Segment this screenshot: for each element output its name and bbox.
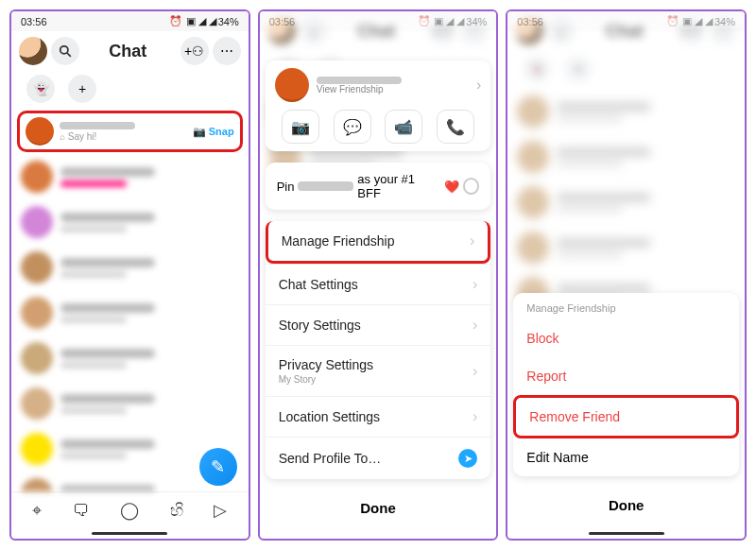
remove-friend-row[interactable]: Remove Friend: [513, 395, 739, 438]
settings-menu: Manage Friendship› Chat Settings› Story …: [266, 221, 491, 479]
new-chat-fab[interactable]: ✎: [199, 448, 237, 486]
location-settings-row[interactable]: Location Settings›: [266, 396, 491, 437]
nav-friends-icon[interactable]: හි: [170, 501, 183, 521]
sub-header: 👻 +: [11, 71, 249, 109]
add-friend-button[interactable]: +⚇: [180, 37, 209, 65]
friend-profile-card[interactable]: View Friendship › 📷 💬 📹 📞: [266, 60, 491, 151]
manage-friendship-sheet: Manage Friendship Block Report Remove Fr…: [507, 11, 745, 539]
svg-point-0: [60, 46, 68, 54]
call-action-button[interactable]: 📞: [437, 110, 474, 144]
search-button[interactable]: [51, 37, 79, 65]
screenshot-1: 03:56 ⏰ ▣ ◢ ◢ 34% Chat +⚇ ⋯ 👻 + ⌕ Say hi…: [9, 9, 250, 541]
block-row[interactable]: Block: [513, 319, 739, 357]
bottom-nav: ⌖ 🗨 ◯ හි ▷: [11, 491, 249, 530]
nav-play-icon[interactable]: ▷: [214, 500, 227, 521]
done-button[interactable]: Done: [266, 489, 491, 527]
svg-line-1: [67, 53, 71, 57]
friend-row-highlighted[interactable]: ⌕ Say hi! 📷 Snap: [17, 111, 243, 152]
sheet-title: Manage Friendship: [513, 293, 739, 319]
status-bar: 03:56 ⏰ ▣ ◢ ◢ 34%: [11, 11, 249, 31]
filter-icon[interactable]: 👻: [26, 75, 55, 103]
send-icon: ➤: [458, 449, 477, 468]
chat-list-blurred: [11, 154, 249, 491]
pin-bff-row[interactable]: Pin as your #1 BFF ❤️: [266, 163, 491, 210]
view-friendship-link[interactable]: View Friendship: [317, 84, 469, 95]
profile-avatar[interactable]: [19, 37, 47, 65]
done-button[interactable]: Done: [513, 486, 739, 524]
chat-action-button[interactable]: 💬: [334, 110, 371, 144]
friend-name-blur: [60, 122, 135, 129]
friend-avatar-icon: [26, 117, 54, 146]
nav-chat-icon[interactable]: 🗨: [73, 501, 90, 521]
screenshot-3: 03:56 ⏰ ▣ ◢ ◢ 34% ⌕Chat+⚇⋯ 👻+ Manage Fri…: [506, 9, 747, 541]
manage-friendship-menu: Manage Friendship Block Report Remove Fr…: [513, 293, 739, 476]
pin-radio[interactable]: [463, 178, 480, 195]
video-action-button[interactable]: 📹: [385, 110, 422, 144]
screenshot-2: 03:56 ⏰ ▣ ◢ ◢ 34% ⌕Chat+⚇⋯ 👻+ View Frien…: [258, 9, 499, 541]
report-row[interactable]: Report: [513, 357, 739, 395]
action-sheet: View Friendship › 📷 💬 📹 📞 Pin as your #1…: [260, 30, 497, 539]
chat-settings-row[interactable]: Chat Settings›: [266, 264, 491, 304]
nav-location-icon[interactable]: ⌖: [32, 501, 42, 521]
camera-icon: 📷: [193, 126, 206, 138]
add-icon[interactable]: +: [68, 75, 96, 103]
privacy-settings-row[interactable]: Privacy SettingsMy Story›: [266, 345, 491, 396]
edit-name-row[interactable]: Edit Name: [513, 438, 739, 476]
chevron-right-icon: ›: [476, 77, 481, 94]
friend-avatar-icon: [275, 68, 309, 102]
home-indicator: [589, 532, 664, 535]
send-profile-row[interactable]: Send Profile To…➤: [266, 437, 491, 479]
chat-header: Chat +⚇ ⋯: [11, 31, 249, 71]
heart-icon: ❤️: [444, 180, 459, 194]
more-button[interactable]: ⋯: [213, 37, 241, 65]
manage-friendship-row[interactable]: Manage Friendship›: [266, 221, 491, 264]
nav-camera-icon[interactable]: ◯: [120, 500, 139, 521]
camera-action-button[interactable]: 📷: [282, 110, 319, 144]
clock: 03:56: [21, 16, 47, 27]
page-title: Chat: [79, 42, 177, 61]
home-indicator: [92, 532, 167, 535]
snap-button[interactable]: 📷 Snap: [193, 126, 234, 138]
story-settings-row[interactable]: Story Settings›: [266, 304, 491, 345]
